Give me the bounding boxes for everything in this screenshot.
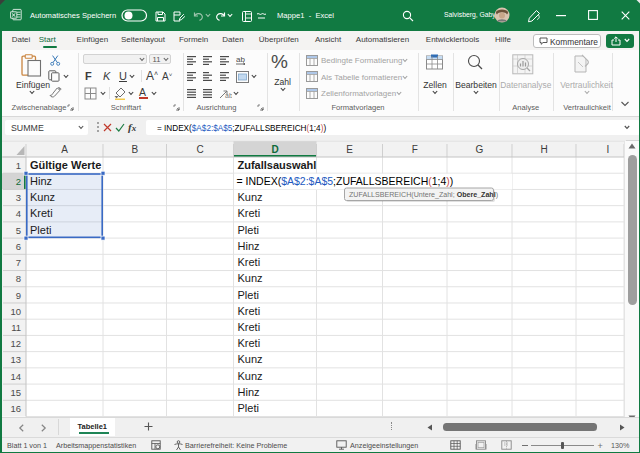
svg-text:11: 11 [11,322,21,333]
svg-text:8: 8 [16,273,21,284]
svg-text:Hinz: Hinz [30,175,52,187]
svg-text:Kunz: Kunz [238,353,263,365]
svg-text:Pleti: Pleti [30,224,51,236]
svg-text:5: 5 [16,225,21,236]
svg-text:12: 12 [10,338,21,349]
svg-text:Kunz: Kunz [238,191,263,203]
svg-text:ZUFALLSBEREICH(Untere_Zahl; Ob: ZUFALLSBEREICH(Untere_Zahl; Obere_Zahl) [349,191,498,199]
svg-text:6: 6 [16,241,21,252]
svg-text:Hinz: Hinz [238,386,260,398]
svg-text:Kreti: Kreti [238,305,261,317]
svg-text:Kunz: Kunz [30,191,55,203]
svg-text:7: 7 [16,257,21,268]
svg-text:Gültige Werte: Gültige Werte [30,159,101,171]
svg-text:Kreti: Kreti [30,207,53,219]
svg-text:16: 16 [10,403,21,414]
svg-text:9: 9 [16,290,21,301]
svg-text:Pleti: Pleti [238,224,259,236]
svg-text:Kunz: Kunz [238,272,263,284]
svg-text:G: G [476,144,484,155]
svg-text:C: C [196,144,203,155]
svg-text:ab: ab [236,55,245,64]
svg-text:15: 15 [10,387,21,398]
svg-text:A: A [61,144,68,155]
svg-text:3: 3 [16,192,21,203]
svg-text:Hinz: Hinz [238,240,260,252]
svg-text:F: F [412,144,418,155]
svg-text:Pleti: Pleti [238,402,259,414]
svg-text:10: 10 [10,306,21,317]
svg-text:H: H [540,144,547,155]
svg-text:B: B [131,144,138,155]
svg-text:E: E [346,144,353,155]
svg-text:Kreti: Kreti [238,337,261,349]
svg-text:1: 1 [16,160,21,171]
svg-text:Pleti: Pleti [238,289,259,301]
svg-text:Kreti: Kreti [238,256,261,268]
svg-text:4: 4 [16,208,21,219]
svg-text:Kreti: Kreti [238,207,261,219]
svg-text:Kunz: Kunz [238,370,263,382]
svg-text:D: D [271,144,278,155]
svg-text:14: 14 [10,371,21,382]
svg-text:Kreti: Kreti [238,321,261,333]
svg-text:= INDEX($A$2:$A$5;ZUFALLSBEREI: = INDEX($A$2:$A$5;ZUFALLSBEREICH(1;4)) [237,175,454,187]
svg-text:Zufallsauswahl: Zufallsauswahl [238,159,317,171]
svg-text:ab: ab [225,92,232,99]
svg-text:2: 2 [16,176,21,187]
svg-text:13: 13 [10,354,21,365]
svg-text:I: I [607,144,610,155]
